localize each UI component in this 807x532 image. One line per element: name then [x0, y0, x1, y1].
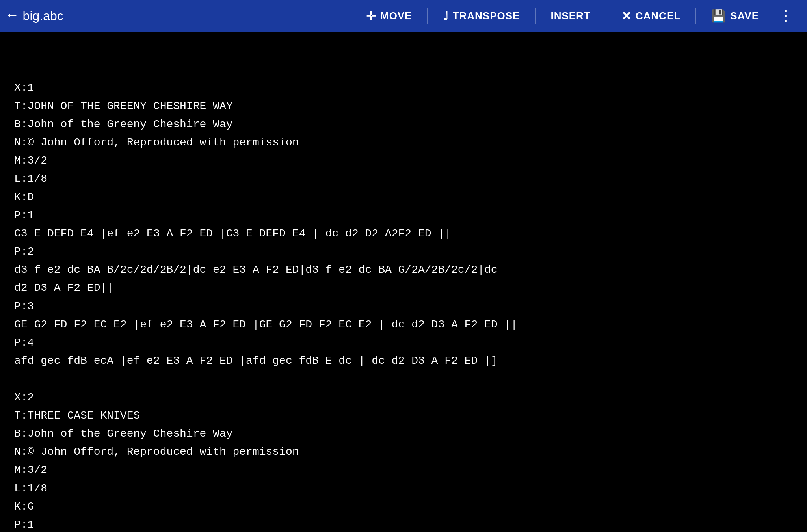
- more-icon: ⋮: [779, 7, 793, 24]
- content-lines: X:1T:JOHN OF THE GREENY CHESHIRE WAYB:Jo…: [14, 79, 793, 532]
- back-button[interactable]: ← big.abc: [8, 9, 63, 23]
- move-label: MOVE: [380, 10, 412, 22]
- toolbar-actions: ✛ MOVE ♩ TRANSPOSE INSERT ✕ CANCEL 💾 SAV…: [357, 4, 799, 27]
- content-line: N:© John Offord, Reproduced with permiss…: [14, 443, 793, 461]
- content-line: afd gec fdB ecA |ef e2 E3 A F2 ED |afd g…: [14, 352, 793, 370]
- content-line: K:G: [14, 498, 793, 516]
- content-line: L:1/8: [14, 170, 793, 188]
- content-line: P:1: [14, 206, 793, 225]
- content-line: M:3/2: [14, 461, 793, 479]
- content-line: L:1/8: [14, 480, 793, 498]
- more-button[interactable]: ⋮: [772, 4, 799, 27]
- content-line: X:1: [14, 79, 793, 97]
- toolbar: ← big.abc ✛ MOVE ♩ TRANSPOSE INSERT ✕ CA…: [0, 0, 807, 32]
- content-line: X:2: [14, 389, 793, 407]
- content-line: M:3/2: [14, 152, 793, 170]
- content-line: d3 f e2 dc BA B/2c/2d/2B/2|dc e2 E3 A F2…: [14, 261, 793, 279]
- transpose-label: TRANSPOSE: [453, 10, 520, 22]
- content-line: GE G2 FD F2 EC E2 |ef e2 E3 A F2 ED |GE …: [14, 316, 793, 334]
- content-line: B:John of the Greeny Cheshire Way: [14, 115, 793, 134]
- content-line: P:3: [14, 298, 793, 316]
- content-line: T:THREE CASE KNIVES: [14, 407, 793, 425]
- content-line: P:1: [14, 516, 793, 532]
- abc-editor-content[interactable]: X:1T:JOHN OF THE GREENY CHESHIRE WAYB:Jo…: [0, 32, 807, 532]
- move-button[interactable]: ✛ MOVE: [357, 6, 422, 26]
- content-line: d2 D3 A F2 ED||: [14, 279, 793, 297]
- content-line: B:John of the Greeny Cheshire Way: [14, 425, 793, 443]
- content-line: T:JOHN OF THE GREENY CHESHIRE WAY: [14, 97, 793, 115]
- content-line: [14, 370, 793, 388]
- divider-2: [535, 8, 536, 24]
- content-line: N:© John Offord, Reproduced with permiss…: [14, 134, 793, 152]
- back-arrow-icon: ←: [8, 9, 17, 23]
- save-label: SAVE: [730, 10, 759, 22]
- divider-3: [606, 8, 606, 24]
- insert-button[interactable]: INSERT: [541, 7, 600, 25]
- insert-label: INSERT: [550, 10, 590, 22]
- divider-4: [695, 8, 696, 24]
- content-line: P:4: [14, 334, 793, 352]
- transpose-icon: ♩: [443, 9, 449, 23]
- save-button[interactable]: 💾 SAVE: [702, 6, 768, 26]
- transpose-button[interactable]: ♩ TRANSPOSE: [433, 6, 530, 26]
- content-line: K:D: [14, 188, 793, 206]
- cancel-button[interactable]: ✕ CANCEL: [612, 6, 690, 26]
- move-icon: ✛: [366, 9, 376, 23]
- save-icon: 💾: [711, 9, 726, 23]
- content-line: P:2: [14, 243, 793, 261]
- cancel-icon: ✕: [621, 9, 632, 23]
- content-line: C3 E DEFD E4 |ef e2 E3 A F2 ED |C3 E DEF…: [14, 225, 793, 243]
- cancel-label: CANCEL: [636, 10, 681, 22]
- divider-1: [427, 8, 428, 24]
- file-title: big.abc: [23, 9, 63, 23]
